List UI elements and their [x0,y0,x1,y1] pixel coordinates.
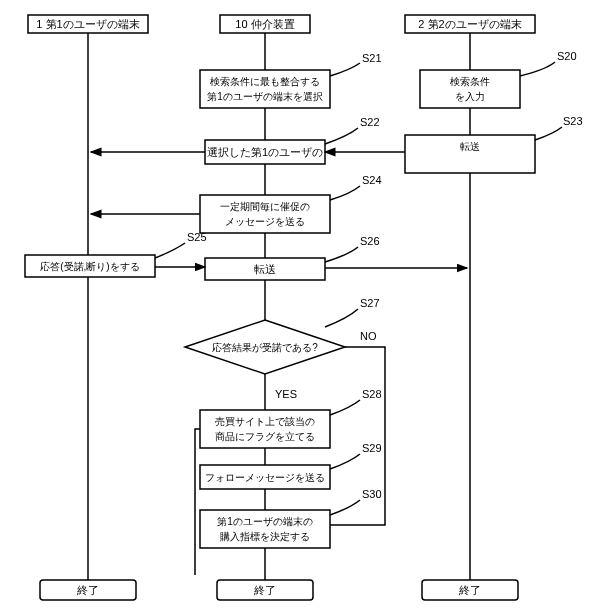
svg-text:検索条件に最も整合する: 検索条件に最も整合する [210,76,320,87]
svg-text:S29: S29 [362,442,382,454]
svg-text:NO: NO [360,330,377,342]
svg-text:S20: S20 [557,50,577,62]
svg-text:S27: S27 [360,297,380,309]
svg-text:検索条件: 検索条件 [450,76,490,87]
svg-text:S26: S26 [360,235,380,247]
svg-text:選択した第1のユーザの: 選択した第1のユーザの [207,146,323,158]
svg-text:第1のユーザの端末を選択: 第1のユーザの端末を選択 [207,91,323,102]
svg-text:フォローメッセージを送る: フォローメッセージを送る [205,472,325,483]
svg-text:S28: S28 [362,388,382,400]
lane-header-3-label: 2 第2のユーザの端末 [418,18,521,30]
svg-text:S24: S24 [362,174,382,186]
svg-text:応答結果が受諾である?: 応答結果が受諾である? [212,342,318,353]
lane-header-1-label: 1 第1のユーザの端末 [36,18,139,30]
svg-text:終了: 終了 [458,584,481,596]
flowchart: 1 第1のユーザの端末 10 仲介装置 2 第2のユーザの端末 検索条件に最も整… [0,0,600,611]
svg-text:S22: S22 [360,116,380,128]
svg-text:終了: 終了 [253,584,276,596]
svg-text:応答(受諾,断り)をする: 応答(受諾,断り)をする [40,261,139,272]
svg-text:S23: S23 [563,115,583,127]
svg-text:S25: S25 [187,231,207,243]
svg-text:S21: S21 [362,52,382,64]
svg-text:転送: 転送 [460,141,480,152]
svg-text:購入指標を決定する: 購入指標を決定する [220,531,310,542]
lane-header-2-label: 10 仲介装置 [235,18,294,30]
svg-text:終了: 終了 [76,584,99,596]
svg-text:転送: 転送 [254,263,276,275]
svg-text:第1のユーザの端末の: 第1のユーザの端末の [217,516,313,527]
svg-text:YES: YES [275,388,297,400]
svg-text:S30: S30 [362,488,382,500]
svg-text:一定期間毎に催促の: 一定期間毎に催促の [220,201,310,212]
svg-text:メッセージを送る: メッセージを送る [225,216,305,227]
svg-text:売買サイト上で該当の: 売買サイト上で該当の [215,416,315,427]
svg-text:を入力: を入力 [455,91,485,102]
svg-text:商品にフラグを立てる: 商品にフラグを立てる [215,431,315,442]
